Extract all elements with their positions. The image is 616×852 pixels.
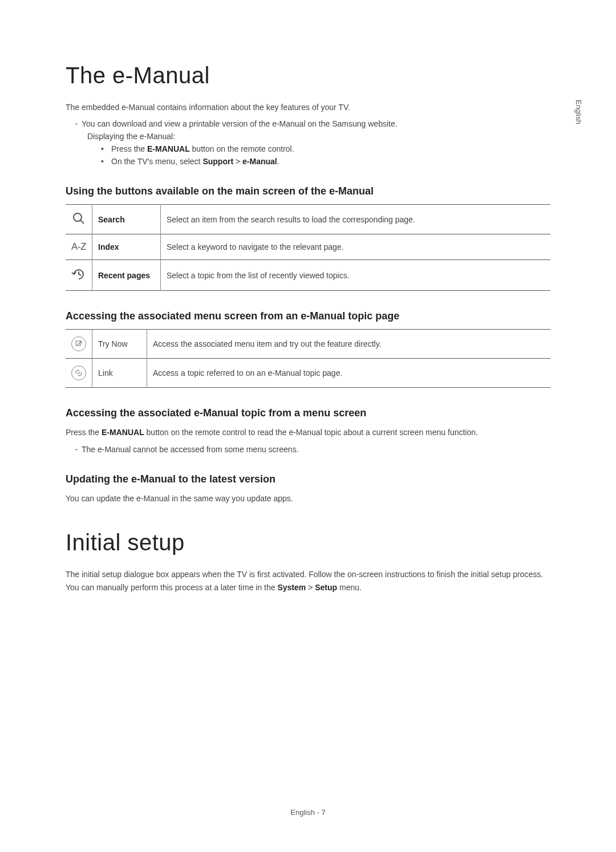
cell-label: Recent pages (92, 260, 161, 291)
t: Press the (66, 428, 102, 437)
table-row: Link Access a topic referred to on an e-… (66, 359, 550, 388)
dash-item-download: You can download and view a printable ve… (71, 119, 550, 128)
bold-emanual3: E-MANUAL (102, 428, 144, 437)
link-icon (71, 366, 86, 380)
cell-label: Index (92, 234, 161, 260)
table-row: Try Now Access the associated menu item … (66, 330, 550, 359)
az-icon: A-Z (71, 241, 86, 252)
dash-list-2: The e-Manual cannot be accessed from som… (71, 445, 550, 454)
t: . (277, 157, 279, 166)
updating-text: You can update the e-Manual in the same … (66, 492, 550, 505)
initial-setup-text: The initial setup dialogue box appears w… (66, 568, 550, 594)
subheading-updating: Updating the e-Manual to the latest vers… (66, 473, 550, 485)
bold-system: System (277, 583, 306, 592)
bold-setup: Setup (315, 583, 337, 592)
cell-desc: Access a topic referred to on an e-Manua… (147, 359, 551, 388)
bullet-text: Press the E-MANUAL button on the remote … (111, 144, 294, 153)
search-icon (72, 212, 86, 227)
table-topic-actions: Try Now Access the associated menu item … (66, 329, 550, 388)
t: > (233, 157, 242, 166)
sub-displaying: Displaying the e-Manual: (87, 132, 550, 141)
bullet-list: Press the E-MANUAL button on the remote … (101, 144, 550, 166)
cell-label: Link (92, 359, 147, 388)
dash-text: You can download and view a printable ve… (82, 119, 398, 128)
cell-icon: A-Z (66, 234, 92, 260)
table-row: A-Z Index Select a keyword to navigate t… (66, 234, 550, 260)
dash-list: You can download and view a printable ve… (71, 119, 550, 166)
t: menu. (337, 583, 362, 592)
page-number: English - 7 (0, 808, 616, 817)
intro-text: The embedded e-Manual contains informati… (66, 101, 550, 113)
cell-icon (66, 330, 92, 359)
bold-emanual2: e-Manual (242, 157, 277, 166)
try-now-icon (71, 336, 86, 351)
subheading-accessing-from-menu: Accessing the associated e-Manual topic … (66, 407, 550, 419)
bullet-press-emanual: Press the E-MANUAL button on the remote … (101, 144, 550, 153)
subheading-accessing-assoc: Accessing the associated menu screen fro… (66, 310, 550, 322)
heading-initial-setup: Initial setup (66, 530, 550, 555)
recent-icon (71, 267, 86, 283)
cell-desc: Select a keyword to navigate to the rele… (161, 234, 551, 260)
table-row: Recent pages Select a topic from the lis… (66, 260, 550, 291)
t: Press the (111, 144, 147, 153)
menu-screen-text: Press the E-MANUAL button on the remote … (66, 426, 550, 439)
cell-label: Try Now (92, 330, 147, 359)
subheading-using-buttons: Using the buttons available on the main … (66, 185, 550, 197)
cell-icon (66, 359, 92, 388)
svg-point-0 (74, 213, 82, 221)
t: > (306, 583, 315, 592)
heading-e-manual: The e-Manual (66, 63, 550, 88)
bullet-support-emanual: On the TV's menu, select Support > e-Man… (101, 157, 550, 166)
svg-line-3 (78, 341, 82, 345)
t: button on the remote control. (190, 144, 294, 153)
bold-emanual: E-MANUAL (147, 144, 190, 153)
side-language-label: English (574, 100, 583, 124)
svg-line-1 (80, 220, 84, 224)
table-main-buttons: Search Select an item from the search re… (66, 204, 550, 291)
cell-icon (66, 260, 92, 291)
dash-item-cannot-access: The e-Manual cannot be accessed from som… (71, 445, 550, 454)
cell-label: Search (92, 205, 161, 234)
cell-icon (66, 205, 92, 234)
table-row: Search Select an item from the search re… (66, 205, 550, 234)
cell-desc: Select a topic from the list of recently… (161, 260, 551, 291)
page: English The e-Manual The embedded e-Manu… (0, 0, 616, 852)
dash-text: The e-Manual cannot be accessed from som… (82, 445, 299, 454)
bold-support: Support (202, 157, 233, 166)
bullet-text: On the TV's menu, select Support > e-Man… (111, 157, 279, 166)
cell-desc: Select an item from the search results t… (161, 205, 551, 234)
cell-desc: Access the associated menu item and try … (147, 330, 551, 359)
t: On the TV's menu, select (111, 157, 202, 166)
t: button on the remote control to read the… (144, 428, 478, 437)
